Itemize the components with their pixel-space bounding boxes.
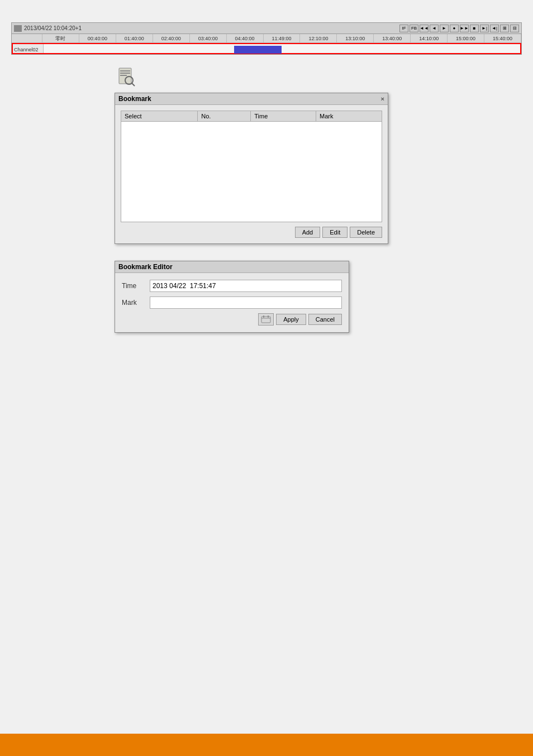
- time-cell-0: 零时: [42, 34, 79, 42]
- svg-rect-9: [268, 315, 269, 318]
- timeline-btn-prev[interactable]: ◄|: [490, 25, 499, 32]
- svg-rect-6: [261, 317, 270, 323]
- time-cell-3: 02:40:00: [153, 34, 190, 42]
- bookmark-dialog-title: Bookmark: [118, 95, 151, 103]
- edit-button[interactable]: Edit: [322, 227, 348, 238]
- time-cell-11: 15:00:00: [448, 34, 484, 42]
- bookmark-dialog: Bookmark × Select No. Time Mark: [115, 93, 388, 244]
- timeline-blue-bar: [234, 46, 282, 54]
- bookmark-dialog-titlebar: Bookmark ×: [115, 93, 388, 105]
- timeline-btn-next[interactable]: ►|: [480, 25, 489, 32]
- mark-row: Mark: [122, 296, 342, 309]
- svg-rect-1: [120, 70, 130, 71]
- timeline-datetime: 2013/04/22 10:04:20+1: [24, 25, 399, 31]
- time-cell-2: 01:40:00: [116, 34, 153, 42]
- svg-rect-8: [263, 315, 264, 318]
- svg-line-5: [132, 83, 135, 86]
- time-cell-8: 13:10:00: [337, 34, 374, 42]
- svg-rect-3: [120, 75, 127, 76]
- timeline-channel-row: Channel02: [12, 43, 521, 54]
- apply-button[interactable]: Apply: [276, 314, 306, 325]
- time-cell-4: 03:40:00: [190, 34, 227, 42]
- add-button[interactable]: Add: [295, 227, 321, 238]
- bottom-bar: [0, 734, 533, 756]
- time-cell-7: 12:10:00: [300, 34, 337, 42]
- bookmark-actions: Add Edit Delete: [121, 227, 382, 238]
- timeline-container: 2013/04/22 10:04:20+1 IF FB ◄◄ ◄ ► ● ►► …: [11, 22, 522, 55]
- timeline-btn-zoom-in[interactable]: ⊞: [500, 25, 509, 32]
- timeline-btn-ff[interactable]: ►►: [460, 25, 469, 32]
- timeline-time-row: 零时 00:40:00 01:40:00 02:40:00 03:40:00 0…: [12, 34, 521, 43]
- bookmark-table-body: [121, 122, 382, 222]
- editor-icon-button[interactable]: [258, 313, 274, 326]
- bookmark-editor-titlebar: Bookmark Editor: [115, 261, 349, 273]
- time-cell-1: 00:40:00: [79, 34, 116, 42]
- mark-input[interactable]: [150, 296, 342, 309]
- bookmark-dialog-close[interactable]: ×: [381, 95, 384, 102]
- time-row: Time: [122, 280, 342, 292]
- bookmark-editor-content: Time Mark Apply Cancel: [115, 273, 349, 332]
- mark-label: Mark: [122, 299, 150, 307]
- col-mark: Mark: [316, 111, 382, 122]
- cancel-button[interactable]: Cancel: [308, 314, 342, 325]
- timeline-btn-fb[interactable]: FB: [410, 25, 418, 32]
- bookmark-icon[interactable]: [115, 66, 137, 88]
- time-input[interactable]: [150, 280, 342, 292]
- col-no: No.: [198, 111, 251, 122]
- time-cell-12: 15:40:00: [484, 34, 521, 42]
- timeline-icon: [14, 25, 22, 32]
- bookmark-editor-dialog: Bookmark Editor Time Mark: [115, 261, 349, 333]
- time-cell-5: 04:40:00: [227, 34, 264, 42]
- timeline-header: 2013/04/22 10:04:20+1 IF FB ◄◄ ◄ ► ● ►► …: [12, 23, 521, 34]
- timeline-btn-play[interactable]: ►: [440, 25, 449, 32]
- timeline-btn-r[interactable]: ◄: [430, 25, 439, 32]
- svg-rect-2: [120, 73, 130, 74]
- timeline-controls: IF FB ◄◄ ◄ ► ● ►► ■ ►| ◄| ⊞ ⊟: [399, 25, 519, 32]
- bookmark-dialog-content: Select No. Time Mark Add Edit Delete: [115, 105, 388, 243]
- channel-content: [44, 44, 520, 53]
- timeline-btn-zoom-out[interactable]: ⊟: [510, 25, 519, 32]
- time-cell-10: 14:10:00: [411, 34, 448, 42]
- bookmark-icon-container: [115, 66, 522, 90]
- time-label: Time: [122, 282, 150, 290]
- time-cell-9: 13:40:00: [374, 34, 411, 42]
- bookmark-editor-title: Bookmark Editor: [118, 263, 173, 271]
- timeline-btn-stop[interactable]: ■: [470, 25, 479, 32]
- channel-label: Channel02: [13, 44, 44, 53]
- time-cell-6: 11:49:00: [264, 34, 301, 42]
- bookmark-table: Select No. Time Mark: [121, 111, 382, 222]
- delete-button[interactable]: Delete: [350, 227, 382, 238]
- empty-row: [121, 122, 382, 222]
- timeline-btn-if[interactable]: IF: [399, 25, 408, 32]
- timeline-btn-rr[interactable]: ◄◄: [420, 25, 429, 32]
- editor-actions: Apply Cancel: [122, 313, 342, 326]
- col-select: Select: [121, 111, 198, 122]
- calendar-icon: [261, 315, 271, 323]
- timeline-btn-rec[interactable]: ●: [450, 25, 459, 32]
- col-time: Time: [251, 111, 316, 122]
